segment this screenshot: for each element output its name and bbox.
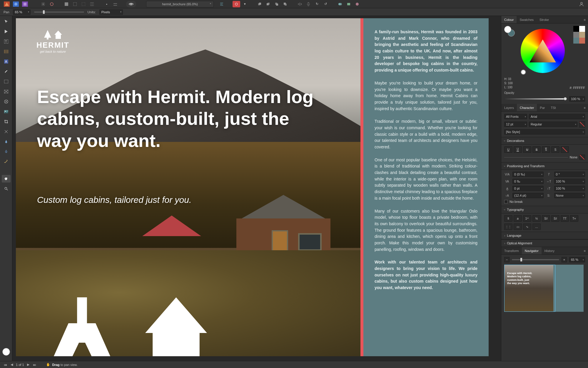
move-tool-icon[interactable] bbox=[2, 18, 11, 25]
tab-transform[interactable]: Transform bbox=[501, 247, 522, 254]
toolbar-align-icon[interactable] bbox=[218, 1, 225, 7]
toolbar-circle-icon[interactable] bbox=[48, 1, 56, 7]
toolbar-preview-icon[interactable] bbox=[126, 1, 136, 7]
font-colour-none-icon[interactable] bbox=[579, 121, 585, 127]
ligatures-btn[interactable]: fi bbox=[504, 215, 512, 222]
zoom-tool-icon[interactable] bbox=[2, 185, 11, 193]
zoom-slider[interactable] bbox=[34, 11, 84, 13]
typo-opt2-btn[interactable]: ▭ bbox=[514, 223, 522, 230]
tab-swatches[interactable]: Swatches bbox=[517, 16, 537, 23]
toolbar-arrange3-icon[interactable] bbox=[273, 1, 280, 7]
tab-tst[interactable]: TSt bbox=[548, 104, 559, 111]
section-optical[interactable]: Optical Alignment bbox=[501, 239, 588, 247]
sub-btn[interactable]: S2 bbox=[551, 215, 559, 222]
leading-field[interactable]: (12.4 pt) bbox=[512, 193, 544, 198]
place-image-tool-icon[interactable] bbox=[2, 108, 11, 115]
decoration-none-btn[interactable] bbox=[561, 146, 569, 153]
rectangle-tool-icon[interactable] bbox=[2, 78, 11, 85]
mic-tool-icon[interactable] bbox=[2, 148, 11, 155]
toolbar-flip-h-icon[interactable] bbox=[296, 1, 304, 7]
tab-navigator[interactable]: Navigator bbox=[522, 247, 542, 254]
section-typography[interactable]: Typography bbox=[501, 206, 588, 213]
wand-tool-icon[interactable] bbox=[2, 158, 11, 165]
toolbar-ops1-icon[interactable] bbox=[336, 1, 344, 7]
colour-wheel[interactable] bbox=[521, 29, 565, 73]
toolbar-preflight-icon[interactable] bbox=[233, 1, 240, 7]
units-field[interactable]: Pixels bbox=[99, 9, 123, 15]
crop-tool-icon[interactable] bbox=[2, 118, 11, 125]
toolbar-ops3-icon[interactable] bbox=[353, 1, 361, 7]
page-next-icon[interactable]: ▶ bbox=[26, 362, 31, 367]
document-title-field[interactable]: hermit_brochure (65.0%) * bbox=[146, 1, 214, 7]
node-tool-icon[interactable] bbox=[2, 28, 11, 35]
toolbar-dropdown-icon[interactable]: ▾ bbox=[241, 1, 249, 7]
swatch[interactable] bbox=[579, 32, 585, 38]
font-weight-field[interactable]: Regular bbox=[529, 122, 577, 127]
toolbar-gear-icon[interactable] bbox=[39, 1, 47, 7]
pan-tool-icon[interactable] bbox=[2, 175, 11, 183]
tab-colour[interactable]: Colour bbox=[501, 16, 517, 23]
superscript-btn[interactable]: 1ˢᵗ bbox=[523, 215, 531, 222]
font-size-field[interactable]: 12 pt bbox=[504, 122, 527, 127]
deco-colour-none-icon[interactable] bbox=[579, 155, 585, 160]
font-collection-field[interactable]: All Fonts bbox=[504, 114, 527, 119]
eyedropper-tool-icon[interactable] bbox=[2, 68, 11, 75]
fractions-btn[interactable]: ½ bbox=[532, 215, 541, 222]
frame-ellipse-tool-icon[interactable] bbox=[2, 98, 11, 105]
nav-zoom-field[interactable]: 65 % bbox=[569, 257, 585, 262]
hex-field[interactable]: #: FFFFFF bbox=[569, 86, 585, 89]
tracking-field[interactable]: 0 (0 ‰) bbox=[512, 172, 544, 177]
page-first-icon[interactable]: ⏮ bbox=[3, 362, 8, 367]
nav-zoom-in-btn[interactable]: + bbox=[562, 257, 567, 262]
app-designer-icon[interactable] bbox=[2, 1, 11, 7]
text-tool-icon[interactable]: T bbox=[2, 38, 11, 45]
no-break-checkbox[interactable] bbox=[504, 200, 508, 203]
toolbar-arrange4-icon[interactable] bbox=[281, 1, 289, 7]
toolbar-grid2-icon[interactable] bbox=[71, 1, 79, 7]
toolbar-baseline-icon[interactable] bbox=[111, 1, 119, 7]
scalemode-field[interactable]: None bbox=[554, 193, 585, 198]
tab-history[interactable]: History bbox=[542, 247, 557, 254]
toolbar-ops2-icon[interactable] bbox=[345, 1, 353, 7]
baseline-field[interactable]: 0 pt bbox=[512, 186, 544, 191]
opacity-slider[interactable] bbox=[504, 98, 567, 100]
tab-par[interactable]: Par bbox=[537, 104, 548, 111]
font-style-field[interactable]: [No Style] bbox=[504, 129, 585, 135]
section-positioning[interactable]: Positioning and Transform bbox=[501, 162, 588, 170]
opacity-field[interactable]: 100 % bbox=[569, 96, 585, 102]
colour-panel-menu-icon[interactable]: ≡ bbox=[582, 18, 588, 21]
canvas[interactable]: HERMIT get back to nature Escape with He… bbox=[12, 16, 501, 361]
swatch[interactable] bbox=[573, 38, 579, 44]
pen-tool-icon[interactable] bbox=[2, 138, 11, 145]
tab-stroke[interactable]: Stroke bbox=[537, 16, 552, 23]
swatch[interactable] bbox=[579, 38, 585, 44]
page-last-icon[interactable]: ⏭ bbox=[32, 362, 37, 367]
allcaps-btn[interactable]: TT bbox=[561, 215, 569, 222]
toolbar-grid1-icon[interactable] bbox=[63, 1, 70, 7]
toolbar-grid3-icon[interactable] bbox=[80, 1, 87, 7]
toolbar-arrange2-icon[interactable] bbox=[264, 1, 272, 7]
toolbar-grid4-icon[interactable] bbox=[88, 1, 96, 7]
double-underline-btn[interactable]: U bbox=[514, 146, 522, 153]
char-panel-menu-icon[interactable]: ≡ bbox=[582, 106, 588, 110]
vector-crop-tool-icon[interactable] bbox=[2, 128, 11, 135]
foreground-swatch[interactable] bbox=[2, 348, 10, 356]
font-family-field[interactable]: Arial bbox=[529, 114, 585, 119]
typo-opt1-btn[interactable]: ⋮⋮ bbox=[504, 223, 512, 230]
kerning-field[interactable]: 0 ‰ bbox=[512, 179, 544, 184]
highlight-btn[interactable]: S bbox=[551, 146, 559, 153]
swatch[interactable] bbox=[573, 32, 579, 38]
underline-btn[interactable]: U bbox=[504, 146, 512, 153]
section-language[interactable]: Language bbox=[501, 232, 588, 239]
page-prev-icon[interactable]: ◀ bbox=[9, 362, 14, 367]
toolbar-arrange1-icon[interactable] bbox=[256, 1, 263, 7]
fg-bg-swatches[interactable] bbox=[504, 26, 515, 37]
sup-btn[interactable]: S2 bbox=[542, 215, 550, 222]
toolbar-pin-icon[interactable]: • bbox=[103, 1, 111, 7]
table-tool-icon[interactable] bbox=[2, 48, 11, 55]
toolbar-flip-v-icon[interactable] bbox=[305, 1, 312, 7]
typo-more-btn[interactable]: … bbox=[532, 223, 541, 230]
tab-layers[interactable]: Layers bbox=[501, 104, 517, 111]
colour-wheel-picker[interactable] bbox=[521, 70, 525, 74]
double-strike-btn[interactable]: S bbox=[532, 146, 541, 153]
